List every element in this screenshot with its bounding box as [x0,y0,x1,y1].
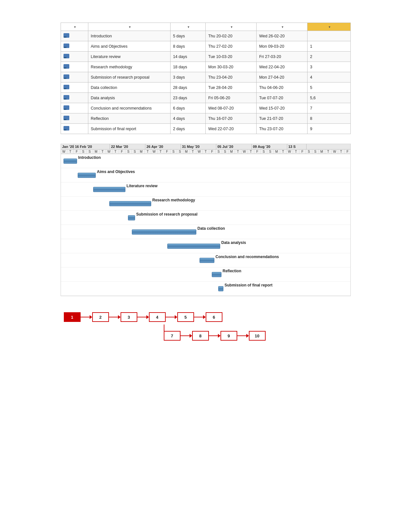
network-arrow [137,315,149,319]
predecessors-cell: 2 [307,52,350,62]
gantt-bar [93,187,125,192]
network-arrow [237,334,249,338]
header-taskname[interactable]: ▼ [88,23,170,31]
taskmode-dropdown-arrow: ▼ [73,25,76,29]
gantt-day-cell: T [338,150,345,154]
gantt-day-cell: S [171,150,177,154]
gantt-day-cell: T [248,150,254,154]
gantt-period-label: 09 Aug '20 [252,144,287,149]
gantt-day-cell: T [235,150,241,154]
predecessors-cell: 8 [307,113,350,124]
finish-dropdown-arrow: ▼ [281,25,284,29]
header-duration[interactable]: ▼ [170,23,205,31]
gantt-period-label: 16 Feb '20 [74,144,110,149]
network-box: 9 [220,331,237,341]
gantt-bar [128,215,135,220]
task-mode-icon [64,74,69,79]
arrow-head [218,334,220,338]
gantt-day-cell: F [74,150,80,154]
network-row-2: 78910 [164,331,266,341]
gantt-day-cell: S [80,150,87,154]
start-cell: Mon 30-03-20 [205,62,256,72]
duration-cell: 4 days [170,113,205,124]
gantt-task-row: Introduction [61,154,350,168]
gantt-day-cell: W [241,150,248,154]
gantt-task-label: Submission of final report [225,283,273,287]
task-mode-cell [61,103,88,113]
task-mode-cell [61,52,88,62]
gantt-day-cell: W [151,150,158,154]
arrow-line [166,317,175,317]
header-taskmode[interactable]: ▼ [61,23,88,31]
network-arrow [209,334,220,338]
gantt-task-label: Literature review [127,184,158,188]
predecessors-cell: 1 [307,41,350,52]
header-start[interactable]: ▼ [205,23,256,31]
taskname-dropdown-arrow: ▼ [128,25,131,29]
task-table-wrapper: ▼ ▼ ▼ ▼ ▼ [61,23,351,134]
gantt-period-label: 31 May '20 [181,144,216,149]
gantt-day-cell: T [100,150,106,154]
task-mode-icon [64,44,69,48]
network-box: 2 [92,312,109,322]
arrow-head [175,315,177,319]
gantt-day-cell: M [319,150,325,154]
header-predecessors[interactable]: ▼ [307,23,350,31]
gantt-period-label: Jan '20 [61,144,74,149]
task-mode-cell [61,82,88,93]
table-row: Data collection28 daysTue 28-04-20Thu 04… [61,82,350,93]
predecessors-cell: 3 [307,62,350,72]
gantt-day-cell: M [93,150,100,154]
arrow-head [246,334,249,338]
task-name-cell: Aims and Objectives [88,41,170,52]
gantt-task-row: Data analysis [61,239,350,253]
predecessors-cell: 4 [307,72,350,82]
gantt-bar [109,201,151,206]
duration-cell: 5 days [170,31,205,41]
network-arrow [181,334,192,338]
gantt-day-cell: T [293,150,299,154]
arrow-head [118,315,121,319]
start-cell: Thu 16-07-20 [205,113,256,124]
gantt-day-cell: F [345,150,351,154]
network-diagram: 123456 78910 [61,306,351,355]
gantt-period-label: 05 Jul '20 [216,144,252,149]
predecessors-cell: 9 [307,124,350,134]
gantt-day-cell: T [203,150,209,154]
table-row: Research methodology18 daysMon 30-03-20W… [61,62,350,72]
gantt-day-cell: T [145,150,151,154]
gantt-day-cell: F [209,150,216,154]
gantt-day-cell: S [125,150,132,154]
arrow-line [81,317,90,317]
start-dropdown-arrow: ▼ [230,25,233,29]
gantt-bar [167,244,220,249]
network-box: 7 [164,331,181,341]
duration-cell: 2 days [170,124,205,134]
gantt-task-label: Submission of research proposal [136,212,198,217]
start-cell: Wed 08-07-20 [205,103,256,113]
arrow-head [190,334,192,338]
network-arrow [194,315,206,319]
start-cell: Tue 10-03-20 [205,52,256,62]
network-row-1: 123456 [64,312,347,322]
gantt-day-cell: W [61,150,67,154]
table-row: Literature review14 daysTue 10-03-20Fri … [61,52,350,62]
task-name-cell: Literature review [88,52,170,62]
arrow-head [146,315,149,319]
gantt-day-cell: T [325,150,332,154]
network-box: 6 [206,312,222,322]
duration-cell: 18 days [170,62,205,72]
task-name-cell: Data collection [88,82,170,93]
gantt-period-header: Jan '2016 Feb '2022 Mar '2026 Apr '2031 … [61,144,350,150]
task-mode-cell [61,113,88,124]
arrow-line [109,317,118,317]
predecessors-cell: 7 [307,103,350,113]
task-table: ▼ ▼ ▼ ▼ ▼ [61,23,351,134]
finish-cell: Tue 21-07-20 [256,113,307,124]
start-cell: Wed 22-07-20 [205,124,256,134]
task-name-cell: Introduction [88,31,170,41]
task-mode-icon [64,54,69,58]
start-cell: Thu 27-02-20 [205,41,256,52]
header-finish[interactable]: ▼ [256,23,307,31]
arrow-line [209,335,218,336]
